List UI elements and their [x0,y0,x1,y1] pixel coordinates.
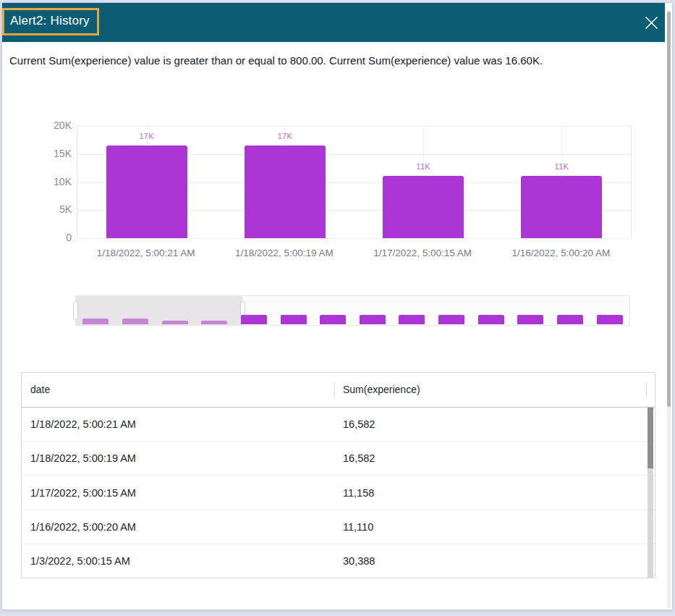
minimap-bar [162,321,188,324]
minimap-bar [241,315,267,324]
bar[interactable] [245,145,326,239]
cell-sum: 30,388 [343,555,375,567]
cell-sum: 11,158 [343,487,374,499]
minimap-bar [82,318,109,324]
table-row: 1/16/2022, 5:00:20 AM11,110 [22,510,655,544]
dialog-title: Alert2: History [10,14,90,28]
minimap-bar [597,315,623,324]
table-row: 1/18/2022, 5:00:21 AM16,582 [22,408,655,442]
cell-sum: 16,582 [343,452,375,464]
bar[interactable] [106,145,187,239]
history-table: date Sum(experience) 1/18/2022, 5:00:21 … [21,372,655,578]
page-background: { "dialog": { "title": "Alert2: History"… [0,0,675,616]
x-axis-tick-label: 1/17/2022, 5:00:15 AM [354,248,492,258]
x-axis: 1/18/2022, 5:00:21 AM1/18/2022, 5:00:19 … [77,248,630,262]
minimap-bar [557,315,583,324]
minimap-bar [320,315,346,324]
y-axis-tick-label: 10K [7,176,72,187]
minimap-bar [399,315,425,324]
minimap-bar [517,315,543,324]
y-axis: 20K15K10K5K0 [2,126,72,238]
column-divider [646,382,647,397]
x-axis-tick-label: 1/18/2022, 5:00:21 AM [77,248,215,258]
cell-date: 1/16/2022, 5:00:20 AM [30,521,136,533]
table-row: 1/3/2022, 5:00:15 AM30,388 [22,544,655,578]
gridline [77,126,631,127]
table-scrollbar-thumb[interactable] [648,408,653,468]
table-row: 1/17/2022, 5:00:15 AM11,158 [22,476,655,510]
column-header-date: date [30,373,50,407]
minimap-left-handle[interactable] [73,301,78,320]
cell-date: 1/18/2022, 5:00:19 AM [30,452,136,464]
minimap-bar [478,315,504,324]
minimap-bar [438,315,464,324]
dialog-scrollbar-thumb[interactable] [667,12,671,407]
dialog-header: Alert2: History [2,3,665,42]
table-body: 1/18/2022, 5:00:21 AM16,5821/18/2022, 5:… [22,408,655,578]
minimap-bar [360,315,386,324]
alert-condition-message: Current Sum(experience) value is greater… [2,42,672,68]
minimap-bar [281,315,307,324]
table-scrollbar[interactable] [648,408,653,578]
chart-plot-area: 17K17K11K11K [77,126,632,238]
cell-sum: 16,582 [343,418,375,430]
table-header-row: date Sum(experience) [22,373,655,408]
minimap-bar [201,321,227,324]
table-row: 1/18/2022, 5:00:19 AM16,582 [22,442,655,476]
bar-value-label: 11K [540,162,583,171]
bar-value-label: 17K [125,132,169,140]
x-axis-tick-label: 1/18/2022, 5:00:19 AM [215,248,353,258]
cell-date: 1/3/2022, 5:00:15 AM [30,555,130,567]
history-bar-chart: 20K15K10K5K0 17K17K11K11K 1/18/2022, 5:0… [2,117,672,269]
y-axis-tick-label: 15K [7,148,72,159]
gridline [77,238,631,239]
bar[interactable] [383,176,464,238]
y-axis-tick-label: 5K [7,203,72,215]
alert-history-dialog: Alert2: History Current Sum(experience) … [1,2,673,610]
cell-date: 1/18/2022, 5:00:21 AM [30,418,136,430]
close-icon [645,16,658,30]
dialog-scrollbar[interactable] [667,10,671,608]
bar-value-label: 17K [263,132,307,140]
x-axis-tick-label: 1/16/2022, 5:00:20 AM [492,248,630,258]
cell-date: 1/17/2022, 5:00:15 AM [30,487,136,499]
column-divider [334,382,335,397]
y-axis-tick-label: 0 [7,232,72,243]
chart-minimap[interactable] [75,295,630,326]
title-highlight-box: Alert2: History [2,8,99,35]
bar[interactable] [521,176,602,238]
close-button[interactable] [642,13,661,32]
column-header-sum: Sum(experience) [343,373,420,407]
y-axis-tick-label: 20K [7,119,72,131]
minimap-bar [122,318,148,324]
bar-value-label: 11K [402,162,445,171]
cell-sum: 11,110 [343,521,373,533]
